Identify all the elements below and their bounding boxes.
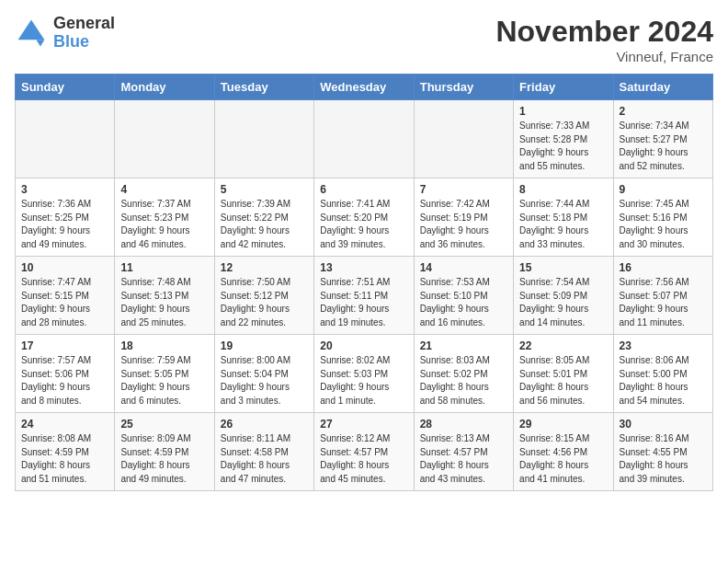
day-number: 12: [221, 261, 308, 274]
calendar-cell: [115, 100, 214, 178]
calendar-cell: 23Sunrise: 8:06 AM Sunset: 5:00 PM Dayli…: [613, 335, 712, 413]
calendar-cell: 30Sunrise: 8:16 AM Sunset: 4:55 PM Dayli…: [613, 413, 712, 491]
day-info: Sunrise: 7:44 AM Sunset: 5:18 PM Dayligh…: [519, 198, 607, 251]
calendar-table: SundayMondayTuesdayWednesdayThursdayFrid…: [15, 74, 713, 491]
day-number: 29: [519, 418, 607, 431]
day-number: 2: [620, 105, 707, 118]
day-number: 13: [320, 261, 407, 274]
day-info: Sunrise: 7:59 AM Sunset: 5:05 PM Dayligh…: [120, 354, 208, 408]
calendar-cell: 2Sunrise: 7:34 AM Sunset: 5:27 PM Daylig…: [613, 100, 712, 178]
day-number: 15: [519, 261, 607, 274]
calendar-cell: 7Sunrise: 7:42 AM Sunset: 5:19 PM Daylig…: [414, 178, 513, 257]
page-header: General Blue November 2024 Vinneuf, Fran…: [15, 15, 713, 64]
day-info: Sunrise: 8:12 AM Sunset: 4:57 PM Dayligh…: [320, 432, 407, 486]
svg-marker-0: [18, 19, 45, 40]
day-info: Sunrise: 7:53 AM Sunset: 5:10 PM Dayligh…: [420, 276, 507, 329]
calendar-cell: 14Sunrise: 7:53 AM Sunset: 5:10 PM Dayli…: [414, 257, 513, 335]
calendar-week-row: 24Sunrise: 8:08 AM Sunset: 4:59 PM Dayli…: [16, 413, 713, 491]
weekday-header: Sunday: [16, 75, 115, 100]
day-info: Sunrise: 8:02 AM Sunset: 5:03 PM Dayligh…: [320, 354, 407, 408]
day-number: 27: [320, 418, 407, 431]
day-number: 4: [120, 183, 208, 196]
day-number: 30: [620, 418, 707, 431]
day-number: 3: [21, 183, 108, 196]
day-number: 17: [21, 339, 108, 352]
day-info: Sunrise: 7:50 AM Sunset: 5:12 PM Dayligh…: [221, 276, 308, 329]
location: Vinneuf, France: [495, 49, 713, 64]
logo: General Blue: [15, 15, 115, 52]
logo-blue: Blue: [53, 33, 115, 52]
day-info: Sunrise: 7:57 AM Sunset: 5:06 PM Dayligh…: [21, 354, 108, 408]
day-info: Sunrise: 7:48 AM Sunset: 5:13 PM Dayligh…: [120, 276, 208, 329]
day-info: Sunrise: 7:42 AM Sunset: 5:19 PM Dayligh…: [420, 198, 507, 251]
calendar-cell: 3Sunrise: 7:36 AM Sunset: 5:25 PM Daylig…: [16, 178, 115, 257]
weekday-header: Monday: [115, 75, 214, 100]
calendar-week-row: 1Sunrise: 7:33 AM Sunset: 5:28 PM Daylig…: [16, 100, 713, 178]
calendar-cell: 8Sunrise: 7:44 AM Sunset: 5:18 PM Daylig…: [514, 178, 613, 257]
day-info: Sunrise: 8:13 AM Sunset: 4:57 PM Dayligh…: [420, 432, 507, 486]
calendar-cell: 27Sunrise: 8:12 AM Sunset: 4:57 PM Dayli…: [314, 413, 414, 491]
weekday-header: Saturday: [613, 75, 712, 100]
day-number: 16: [620, 261, 707, 274]
day-number: 18: [120, 339, 208, 352]
day-info: Sunrise: 8:06 AM Sunset: 5:00 PM Dayligh…: [620, 354, 707, 408]
weekday-header: Tuesday: [214, 75, 313, 100]
day-number: 9: [620, 183, 707, 196]
logo-general: General: [53, 15, 115, 33]
calendar-cell: [16, 100, 115, 178]
day-info: Sunrise: 7:39 AM Sunset: 5:22 PM Dayligh…: [221, 198, 308, 251]
calendar-cell: 21Sunrise: 8:03 AM Sunset: 5:02 PM Dayli…: [414, 335, 513, 413]
calendar-cell: 24Sunrise: 8:08 AM Sunset: 4:59 PM Dayli…: [16, 413, 115, 491]
logo-text: General Blue: [53, 15, 115, 52]
day-info: Sunrise: 7:34 AM Sunset: 5:27 PM Dayligh…: [620, 120, 707, 173]
weekday-header: Wednesday: [314, 75, 414, 100]
day-info: Sunrise: 7:51 AM Sunset: 5:11 PM Dayligh…: [320, 276, 407, 329]
calendar-week-row: 10Sunrise: 7:47 AM Sunset: 5:15 PM Dayli…: [16, 257, 713, 335]
weekday-header-row: SundayMondayTuesdayWednesdayThursdayFrid…: [16, 75, 713, 100]
calendar-cell: 26Sunrise: 8:11 AM Sunset: 4:58 PM Dayli…: [214, 413, 313, 491]
calendar-cell: 6Sunrise: 7:41 AM Sunset: 5:20 PM Daylig…: [314, 178, 414, 257]
day-info: Sunrise: 7:33 AM Sunset: 5:28 PM Dayligh…: [519, 120, 607, 173]
day-number: 19: [221, 339, 308, 352]
calendar-cell: 29Sunrise: 8:15 AM Sunset: 4:56 PM Dayli…: [514, 413, 613, 491]
weekday-header: Friday: [514, 75, 613, 100]
day-info: Sunrise: 7:41 AM Sunset: 5:20 PM Dayligh…: [320, 198, 407, 251]
calendar-cell: 15Sunrise: 7:54 AM Sunset: 5:09 PM Dayli…: [514, 257, 613, 335]
day-info: Sunrise: 7:54 AM Sunset: 5:09 PM Dayligh…: [519, 276, 607, 329]
day-number: 22: [519, 339, 607, 352]
day-info: Sunrise: 7:47 AM Sunset: 5:15 PM Dayligh…: [21, 276, 108, 329]
calendar-cell: 4Sunrise: 7:37 AM Sunset: 5:23 PM Daylig…: [115, 178, 214, 257]
day-number: 1: [519, 105, 607, 118]
day-number: 21: [420, 339, 507, 352]
calendar-cell: 17Sunrise: 7:57 AM Sunset: 5:06 PM Dayli…: [16, 335, 115, 413]
day-number: 5: [221, 183, 308, 196]
day-number: 23: [620, 339, 707, 352]
calendar-cell: [214, 100, 313, 178]
day-info: Sunrise: 8:00 AM Sunset: 5:04 PM Dayligh…: [221, 354, 308, 408]
day-number: 20: [320, 339, 407, 352]
day-number: 28: [420, 418, 507, 431]
day-info: Sunrise: 8:03 AM Sunset: 5:02 PM Dayligh…: [420, 354, 507, 408]
calendar-cell: 10Sunrise: 7:47 AM Sunset: 5:15 PM Dayli…: [16, 257, 115, 335]
calendar-cell: 22Sunrise: 8:05 AM Sunset: 5:01 PM Dayli…: [514, 335, 613, 413]
day-number: 26: [221, 418, 308, 431]
weekday-header: Thursday: [414, 75, 513, 100]
month-title: November 2024: [495, 15, 713, 49]
day-number: 6: [320, 183, 407, 196]
calendar-cell: 1Sunrise: 7:33 AM Sunset: 5:28 PM Daylig…: [514, 100, 613, 178]
calendar-cell: 16Sunrise: 7:56 AM Sunset: 5:07 PM Dayli…: [613, 257, 712, 335]
calendar-cell: 9Sunrise: 7:45 AM Sunset: 5:16 PM Daylig…: [613, 178, 712, 257]
calendar-cell: 25Sunrise: 8:09 AM Sunset: 4:59 PM Dayli…: [115, 413, 214, 491]
day-info: Sunrise: 7:37 AM Sunset: 5:23 PM Dayligh…: [120, 198, 208, 251]
day-info: Sunrise: 8:09 AM Sunset: 4:59 PM Dayligh…: [120, 432, 208, 486]
day-number: 14: [420, 261, 507, 274]
day-number: 25: [120, 418, 208, 431]
day-number: 10: [21, 261, 108, 274]
calendar-week-row: 3Sunrise: 7:36 AM Sunset: 5:25 PM Daylig…: [16, 178, 713, 257]
calendar-cell: 20Sunrise: 8:02 AM Sunset: 5:03 PM Dayli…: [314, 335, 414, 413]
svg-marker-1: [36, 40, 44, 46]
calendar-cell: [414, 100, 513, 178]
calendar-cell: 28Sunrise: 8:13 AM Sunset: 4:57 PM Dayli…: [414, 413, 513, 491]
logo-icon: [15, 17, 48, 50]
day-info: Sunrise: 7:45 AM Sunset: 5:16 PM Dayligh…: [620, 198, 707, 251]
